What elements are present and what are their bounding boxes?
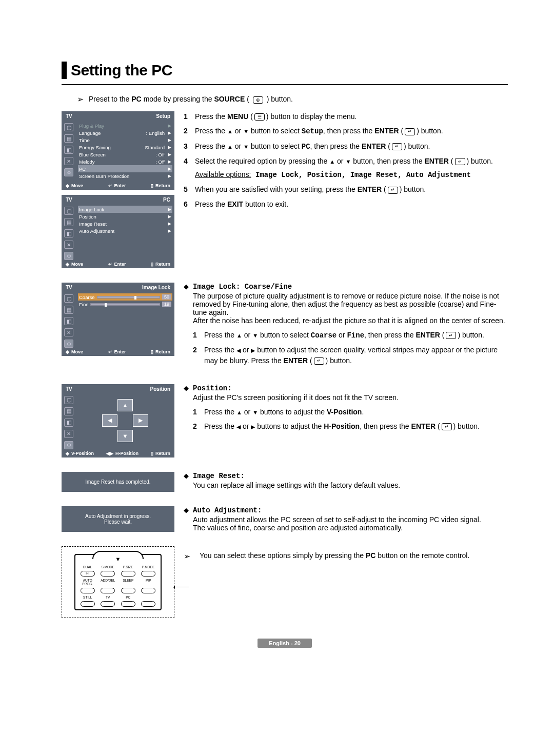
remote-tip: ➢ You can select these options simply by… (184, 546, 508, 561)
osd-footer: ◆ Move ↵ Enter ▯ Return (62, 182, 174, 190)
remote-button (101, 601, 115, 607)
slider-track (97, 296, 160, 299)
preset-line: ➢ Preset to the PC mode by pressing the … (77, 94, 508, 104)
osd-cat-icon: ✕ (64, 157, 73, 165)
text: ( (247, 95, 249, 103)
remote-button (141, 601, 155, 607)
chevron-right-icon: ▶ (168, 228, 171, 233)
footer-enter: Enter (114, 183, 126, 188)
page-footer: English - 20 (62, 639, 508, 648)
chevron-right-icon: ▶ (168, 137, 171, 143)
remote-button (121, 571, 135, 576)
section-heading: Image Lock: Coarse/Fine (193, 283, 508, 291)
page-title: Setting the PC (71, 62, 172, 79)
footer-hpos: H-Position (115, 451, 138, 456)
osd-title-right: Setup (156, 113, 170, 119)
pointer-icon: ➢ (184, 551, 190, 561)
chevron-right-icon: ▶ (168, 173, 171, 178)
diamond-icon: ◆ (184, 506, 189, 514)
pos-down-icon: ▼ (117, 430, 133, 442)
section-body: The purpose of picture quality adjustmen… (193, 292, 508, 325)
title-underline (62, 84, 508, 85)
osd-row-label: PC (79, 166, 86, 172)
section-body: You can replace all image settings with … (193, 481, 508, 489)
osd-cat-icon: ◧ (64, 419, 73, 427)
enter-icon: ↵ (446, 332, 456, 339)
osd-row-label: Blue Screen (79, 152, 106, 157)
section-body: Auto adjustment allows the PC screen of … (193, 515, 508, 532)
step-body: Select the required option by pressing t… (195, 156, 508, 181)
osd-icon-strip: ▢ ▤ ◧ ✕ ⚙ (62, 121, 76, 182)
section-body: Adjust the PC's screen positioning if it… (193, 393, 508, 402)
remote-button (81, 601, 95, 607)
footer-enter: Enter (114, 262, 126, 267)
enter-icon: ↵ (442, 423, 452, 430)
diamond-icon: ◆ (184, 283, 189, 291)
step-number: 3 (184, 141, 195, 152)
section-heading: Position: (193, 384, 508, 392)
remote-button: I-II (81, 571, 95, 576)
osd-row: Fine19 (78, 301, 172, 308)
step-number: 6 (184, 199, 195, 209)
enter-icon: ↵ (405, 128, 415, 135)
step-number: 1 (184, 111, 195, 122)
text: ) button. (267, 95, 293, 103)
enter-icon: ↵ (392, 143, 402, 150)
osd-title-right: Image Lock (142, 285, 170, 290)
step-body: When you are satisfied with your setting… (195, 184, 508, 194)
title-row: Setting the PC (62, 62, 508, 79)
step-number: 2 (193, 345, 204, 366)
step-body: Press the MENU (☰) button to display the… (195, 111, 508, 122)
chevron-right-icon: ▶ (168, 130, 171, 136)
remote-btn-label: PIP (139, 579, 157, 586)
remote-btn-label: DUAL (78, 565, 97, 569)
osd-footer: ◆ V-Position ◀▶ H-Position ▯ Return (62, 449, 174, 457)
osd-row-label: Melody (79, 159, 95, 165)
osd-cat-icon: ▢ (64, 207, 73, 215)
osd-row-label: Auto Adjustment (79, 228, 114, 234)
osd-title-left: TV (66, 197, 72, 203)
step-number: 2 (184, 126, 195, 136)
osd-row: Image Reset▶ (78, 220, 172, 227)
autoadjust-section: ◆ Auto Adjustment: Auto adjustment allow… (184, 506, 508, 532)
step-number: 1 (193, 330, 204, 341)
osd-setup: TV Setup ▢ ▤ ◧ ✕ ⚙ Plug & Play▶Language:… (62, 111, 174, 190)
osd-cat-icon: ▤ (64, 306, 73, 314)
remote-button (101, 571, 115, 576)
osd-footer: ◆ Move ↵ Enter ▯ Return (62, 348, 174, 356)
osd-row-label: Screen Burn Protection (79, 173, 129, 179)
osd-cat-icon: ⚙ (64, 340, 73, 348)
chevron-right-icon: ▶ (168, 123, 171, 128)
chevron-right-icon: ▶ (168, 145, 171, 150)
osd-row: Image Lock▶ (78, 206, 172, 213)
osd-cat-icon: ✕ (64, 241, 73, 249)
pos-right-icon: ▶ (133, 414, 148, 427)
osd-cat-icon: ⚙ (64, 252, 73, 260)
imagelock-section: ◆ Image Lock: Coarse/Fine The purpose of… (184, 283, 508, 370)
osd-cat-icon: ▤ (64, 134, 73, 143)
slider-value: 19 (162, 302, 171, 307)
remote-btn-label: SLEEP (119, 579, 137, 586)
osd-row: PC▶ (78, 165, 172, 172)
footer-enter: Enter (114, 349, 126, 354)
text: Preset to the (89, 95, 131, 103)
osd-row: Screen Burn Protection▶ (78, 172, 172, 180)
osd-row-label: Language (79, 130, 101, 136)
osd-row: Position▶ (78, 213, 172, 220)
chevron-right-icon: ▶ (168, 221, 171, 226)
osd-row: Language: English▶ (78, 129, 172, 136)
osd-row-value: : Off (155, 159, 165, 165)
footer-move: Move (71, 262, 83, 267)
text: mode by pressing the (144, 95, 214, 103)
chevron-right-icon: ▶ (168, 214, 171, 219)
osd-row-label: Image Lock (79, 207, 104, 212)
osd-imagelock: TV Image Lock ▢ ▤ ◧ ✕ ⚙ Coarse50Fine19 ◆… (62, 283, 174, 356)
position-section: ◆ Position: Adjust the PC's screen posit… (184, 384, 508, 436)
osd-row-label: Plug & Play (79, 123, 104, 129)
osd-icon-strip: ▢ ▤ ◧ ✕ ⚙ (62, 394, 76, 449)
osd-row: Energy Saving: Standard▶ (78, 144, 172, 151)
osd-cat-icon: ✕ (64, 430, 73, 438)
chevron-right-icon: ▶ (168, 152, 171, 157)
step-number: 2 (193, 421, 204, 431)
msg-auto-adjust: Auto Adjustment in progress. Please wait… (62, 506, 174, 532)
